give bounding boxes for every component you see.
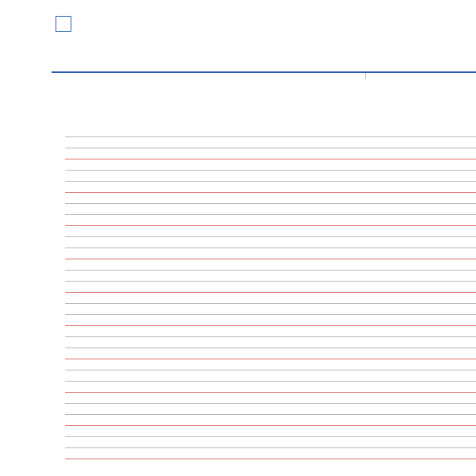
writing-lines — [65, 136, 476, 470]
baseline-rule — [65, 425, 476, 436]
guide-rule — [65, 248, 476, 259]
guide-rule — [65, 447, 476, 459]
guide-rule — [65, 303, 476, 314]
guide-rule — [65, 436, 476, 447]
baseline-rule — [65, 225, 476, 236]
baseline-rule — [65, 459, 476, 470]
guide-rule — [65, 270, 476, 281]
guide-rule — [65, 136, 476, 148]
guide-rule — [65, 214, 476, 225]
guide-rule — [65, 370, 476, 381]
baseline-rule — [65, 359, 476, 370]
checkbox[interactable] — [56, 16, 71, 32]
guide-rule — [65, 336, 476, 347]
header-underline — [52, 71, 476, 73]
baseline-rule — [65, 325, 476, 336]
handwriting-worksheet — [0, 0, 476, 476]
guide-rule — [65, 181, 476, 192]
baseline-rule — [65, 392, 476, 403]
guide-rule — [65, 148, 476, 159]
guide-rule — [65, 314, 476, 325]
baseline-rule — [65, 192, 476, 203]
guide-rule — [65, 403, 476, 414]
margin-tick — [365, 73, 366, 79]
guide-rule — [65, 170, 476, 181]
guide-rule — [65, 414, 476, 425]
baseline-rule — [65, 259, 476, 270]
guide-rule — [65, 203, 476, 214]
baseline-rule — [65, 159, 476, 170]
guide-rule — [65, 281, 476, 292]
baseline-rule — [65, 292, 476, 303]
guide-rule — [65, 381, 476, 392]
guide-rule — [65, 347, 476, 359]
guide-rule — [65, 236, 476, 248]
